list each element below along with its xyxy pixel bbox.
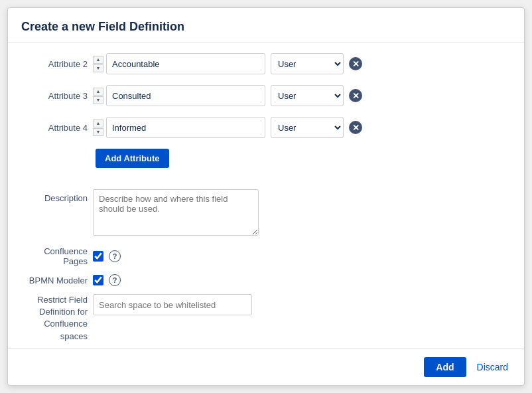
- modal-title: Create a new Field Definition: [21, 20, 511, 34]
- restrict-field-label: Restrict Field Definition for Confluence…: [21, 294, 88, 343]
- add-attribute-button[interactable]: Add Attribute: [96, 149, 169, 168]
- modal-footer: Add Discard: [8, 349, 524, 385]
- attribute-2-down-btn[interactable]: ▼: [93, 64, 103, 72]
- attribute-2-type-select[interactable]: User Group Role: [271, 53, 344, 74]
- attribute-2-remove-btn[interactable]: ✕: [349, 57, 362, 70]
- attribute-2-spinner-group: ▲ ▼: [93, 53, 265, 74]
- attribute-2-up-btn[interactable]: ▲: [93, 56, 103, 64]
- description-textarea[interactable]: [93, 189, 259, 236]
- attribute-3-input[interactable]: [106, 85, 265, 106]
- discard-button[interactable]: Discard: [474, 357, 511, 377]
- attribute-4-spinners: ▲ ▼: [93, 119, 103, 136]
- attribute-3-spinners: ▲ ▼: [93, 88, 103, 104]
- add-button[interactable]: Add: [424, 357, 466, 377]
- description-label: Description: [21, 189, 88, 203]
- bpmn-modeler-row: BPMN Modeler ?: [21, 274, 511, 286]
- description-row: Description: [21, 189, 511, 236]
- attribute-3-type-select[interactable]: User Group Role: [271, 85, 344, 106]
- attribute-4-label: Attribute 4: [21, 123, 88, 133]
- modal-header: Create a new Field Definition: [8, 8, 524, 42]
- attribute-2-row: Attribute 2 ▲ ▼ User Group Role ✕: [21, 53, 511, 74]
- modal-container: Create a new Field Definition Attribute …: [7, 7, 525, 386]
- attribute-3-down-btn[interactable]: ▼: [93, 96, 103, 104]
- attribute-3-remove-btn[interactable]: ✕: [349, 89, 362, 102]
- restrict-field-search-input[interactable]: [93, 294, 252, 315]
- attribute-3-up-btn[interactable]: ▲: [93, 88, 103, 96]
- attribute-4-row: Attribute 4 ▲ ▼ User Group Role ✕: [21, 117, 511, 138]
- bpmn-modeler-checkbox[interactable]: [93, 275, 103, 285]
- attribute-4-remove-btn[interactable]: ✕: [349, 121, 362, 134]
- confluence-pages-label: Confluence Pages: [21, 246, 88, 266]
- bpmn-modeler-help-icon[interactable]: ?: [109, 274, 121, 286]
- attribute-4-down-btn[interactable]: ▼: [93, 128, 103, 136]
- bpmn-modeler-label: BPMN Modeler: [21, 275, 88, 285]
- attribute-2-input[interactable]: [106, 53, 265, 74]
- attribute-3-spinner-group: ▲ ▼: [93, 85, 265, 106]
- confluence-pages-row: Confluence Pages ?: [21, 246, 511, 266]
- add-attribute-container: Add Attribute: [21, 149, 511, 179]
- modal-body: Attribute 2 ▲ ▼ User Group Role ✕ Attrib…: [8, 42, 524, 349]
- attribute-4-type-select[interactable]: User Group Role: [271, 117, 344, 138]
- confluence-pages-help-icon[interactable]: ?: [109, 250, 121, 262]
- restrict-field-row: Restrict Field Definition for Confluence…: [21, 294, 511, 343]
- attribute-3-row: Attribute 3 ▲ ▼ User Group Role ✕: [21, 85, 511, 106]
- confluence-pages-checkbox[interactable]: [93, 251, 103, 262]
- attribute-4-up-btn[interactable]: ▲: [93, 119, 103, 127]
- attribute-4-spinner-group: ▲ ▼: [93, 117, 265, 138]
- attribute-2-spinners: ▲ ▼: [93, 56, 103, 72]
- attribute-3-label: Attribute 3: [21, 91, 88, 101]
- attribute-2-label: Attribute 2: [21, 59, 88, 69]
- attribute-4-input[interactable]: [106, 117, 265, 138]
